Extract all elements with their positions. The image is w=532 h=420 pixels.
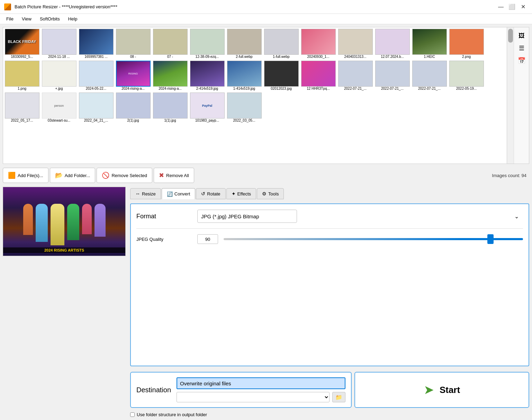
folder-check-row: Use folder structure in output folder	[130, 412, 529, 417]
list-item[interactable]: 12-38-09-ezq...	[189, 28, 225, 59]
calendar-view-icon[interactable]: 📅	[516, 55, 527, 66]
thumbnail: person	[42, 93, 76, 119]
quality-row: JPEG Quality	[136, 234, 523, 244]
browse-button[interactable]: 📁	[332, 392, 345, 402]
image-filename: +.jpg	[55, 87, 63, 90]
scrollbar[interactable]	[507, 27, 514, 164]
folder-structure-checkbox[interactable]	[130, 412, 135, 417]
figure4	[67, 204, 79, 240]
list-item[interactable]: 1.HEIC	[411, 28, 448, 59]
add-files-button[interactable]: 🟧 Add File(s)...	[3, 168, 48, 183]
effects-tab-icon: ✦	[232, 191, 236, 196]
menu-softorbits[interactable]: SoftOrbits	[36, 15, 63, 23]
list-item[interactable]: 2022_05_17...	[4, 92, 40, 123]
app-icon	[4, 3, 11, 10]
tab-rotate[interactable]: ↺ Rotate	[196, 188, 225, 199]
thumbnail	[79, 29, 114, 55]
add-folder-icon: 📂	[55, 172, 63, 179]
list-item[interactable]: 2.png	[448, 28, 485, 59]
tabs-bar: ↔ Resize 🔄 Convert ↺ Rotate ✦ Effects	[130, 187, 529, 201]
remove-all-button[interactable]: ✖ Remove All	[154, 168, 194, 183]
list-item[interactable]: 1-414x519.jpg	[226, 60, 262, 91]
list-item[interactable]: 2022-07-21_...	[411, 60, 448, 91]
preview-caption: 2024 RISING ARTISTS	[3, 247, 125, 253]
destination-input[interactable]	[177, 377, 345, 389]
list-item[interactable]: 2022-07-21_...	[374, 60, 411, 91]
list-item[interactable]: person 03stewart-su...	[41, 92, 77, 123]
list-item[interactable]: 2(1).jpg	[115, 92, 151, 123]
start-box[interactable]: ➤ Start	[354, 372, 529, 408]
image-filename: 2024-05-22...	[86, 87, 107, 90]
quality-input[interactable]	[197, 234, 218, 244]
image-filename: 12.07.2024.b...	[381, 55, 404, 59]
image-filename: 2024-11-18 ...	[48, 55, 70, 59]
list-item[interactable]: 2022_04_21_...	[78, 92, 114, 123]
list-view-icon[interactable]: ☰	[516, 43, 527, 54]
destination-folder-select[interactable]	[177, 392, 330, 402]
list-item[interactable]: 2022-07-21_...	[337, 60, 373, 91]
tab-rotate-label: Rotate	[207, 191, 220, 196]
minimize-button[interactable]: —	[496, 2, 506, 12]
add-folder-button[interactable]: 📂 Add Folder...	[50, 168, 96, 183]
list-item[interactable]: 2024-rising-a...	[152, 60, 188, 91]
destination-select-row: 📁	[177, 392, 345, 402]
thumbnail	[5, 61, 39, 87]
list-item[interactable]: 08 -	[115, 28, 151, 59]
list-item[interactable]: RISING 2024-rising-a...	[115, 60, 151, 91]
scrollbar-thumb[interactable]	[508, 29, 513, 43]
list-item[interactable]: 12.07.2024.b...	[374, 28, 411, 59]
list-item[interactable]: 1(1).jpg	[152, 92, 188, 123]
list-item[interactable]: 02012023.jpg	[263, 60, 299, 91]
list-item[interactable]: PayPal 101983_payp...	[189, 92, 225, 123]
list-item[interactable]: 1659957381 ...	[78, 28, 114, 59]
image-filename: 03stewart-su...	[48, 119, 71, 122]
list-item[interactable]: BLACK FRIDAY 18330992_5...	[4, 28, 40, 59]
thumbnail	[116, 29, 151, 55]
format-select[interactable]: JPG (*.jpg) JPEG Bitmap PNG (*.png) Port…	[197, 210, 297, 223]
list-item[interactable]: 2-full.webp	[226, 28, 262, 59]
tab-resize[interactable]: ↔ Resize	[130, 188, 161, 199]
list-item[interactable]: +.jpg	[41, 60, 77, 91]
image-view-icon[interactable]: 🖼	[516, 30, 527, 41]
list-item[interactable]: 1.png	[4, 60, 40, 91]
thumbnail	[264, 61, 299, 87]
list-item[interactable]: 2022-05-19...	[448, 60, 485, 91]
tools-tab-icon: ⚙	[262, 191, 267, 196]
menu-view[interactable]: View	[18, 15, 35, 23]
image-filename: 08 -	[130, 55, 136, 59]
list-item[interactable]: 2024-05-22...	[78, 60, 114, 91]
format-select-wrapper: JPG (*.jpg) JPEG Bitmap PNG (*.png) Port…	[197, 210, 523, 223]
maximize-button[interactable]: ⬜	[507, 2, 517, 12]
list-item[interactable]: 20240930_1...	[300, 28, 336, 59]
image-filename: 2(1).jpg	[127, 119, 139, 122]
list-item[interactable]: 2022_03_05...	[226, 92, 262, 123]
image-grid: BLACK FRIDAY 18330992_5... 2024-11-18 ..…	[3, 27, 507, 164]
title-bar: Batch Picture Resizer - ****Unregistered…	[0, 0, 532, 14]
figure5	[82, 204, 92, 234]
list-item[interactable]: 07 -	[152, 28, 188, 59]
list-item[interactable]: 2404031313...	[337, 28, 373, 59]
list-item[interactable]: 2-414x519.jpg	[189, 60, 225, 91]
resize-tab-icon: ↔	[135, 191, 140, 196]
images-count: Images count: 94	[492, 173, 529, 178]
main-content: BLACK FRIDAY 18330992_5... 2024-11-18 ..…	[0, 24, 532, 420]
image-filename: 02012023.jpg	[271, 87, 292, 90]
close-button[interactable]: ✕	[518, 2, 528, 12]
menu-file[interactable]: File	[3, 15, 17, 23]
thumbnail	[375, 61, 410, 87]
thumbnail	[153, 29, 188, 55]
image-filename: 1-414x519.jpg	[233, 87, 255, 90]
list-item[interactable]: 12 HHR3Tpq...	[300, 60, 336, 91]
remove-selected-button[interactable]: 🚫 Remove Selected	[97, 168, 152, 183]
preview-panel: 2024 RISING ARTISTS	[3, 187, 127, 417]
list-item[interactable]: 2024-11-18 ...	[41, 28, 77, 59]
menu-help[interactable]: Help	[65, 15, 81, 23]
thumbnail: RISING	[116, 61, 151, 87]
image-filename: 1.HEIC	[424, 55, 435, 59]
tab-tools[interactable]: ⚙ Tools	[257, 188, 284, 199]
tab-effects[interactable]: ✦ Effects	[226, 188, 256, 199]
tab-convert[interactable]: 🔄 Convert	[162, 188, 196, 199]
image-filename: 2.png	[462, 55, 471, 59]
list-item[interactable]: 1-full.webp	[263, 28, 299, 59]
quality-slider[interactable]	[224, 238, 523, 240]
